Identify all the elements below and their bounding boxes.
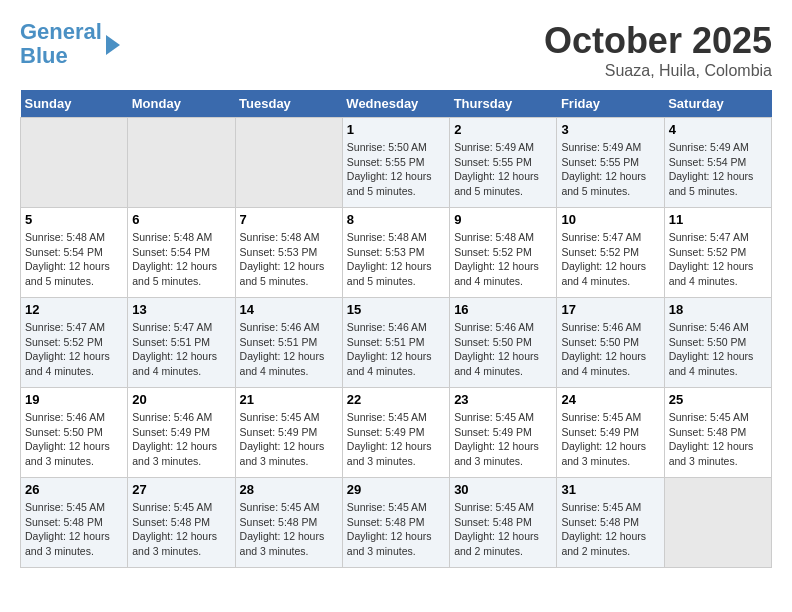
day-number: 22: [347, 392, 445, 407]
day-number: 2: [454, 122, 552, 137]
calendar-cell: 13Sunrise: 5:47 AM Sunset: 5:51 PM Dayli…: [128, 298, 235, 388]
day-info: Sunrise: 5:46 AM Sunset: 5:50 PM Dayligh…: [561, 320, 659, 379]
calendar-week-row: 1Sunrise: 5:50 AM Sunset: 5:55 PM Daylig…: [21, 118, 772, 208]
day-number: 8: [347, 212, 445, 227]
day-info: Sunrise: 5:45 AM Sunset: 5:49 PM Dayligh…: [240, 410, 338, 469]
day-info: Sunrise: 5:46 AM Sunset: 5:50 PM Dayligh…: [454, 320, 552, 379]
day-info: Sunrise: 5:48 AM Sunset: 5:52 PM Dayligh…: [454, 230, 552, 289]
day-info: Sunrise: 5:48 AM Sunset: 5:53 PM Dayligh…: [347, 230, 445, 289]
day-info: Sunrise: 5:45 AM Sunset: 5:48 PM Dayligh…: [347, 500, 445, 559]
calendar-cell: 15Sunrise: 5:46 AM Sunset: 5:51 PM Dayli…: [342, 298, 449, 388]
day-number: 12: [25, 302, 123, 317]
calendar-cell: 8Sunrise: 5:48 AM Sunset: 5:53 PM Daylig…: [342, 208, 449, 298]
logo-text: General Blue: [20, 20, 102, 68]
day-number: 27: [132, 482, 230, 497]
calendar-cell: [235, 118, 342, 208]
calendar-cell: 29Sunrise: 5:45 AM Sunset: 5:48 PM Dayli…: [342, 478, 449, 568]
calendar-cell: 6Sunrise: 5:48 AM Sunset: 5:54 PM Daylig…: [128, 208, 235, 298]
day-number: 21: [240, 392, 338, 407]
calendar-cell: 26Sunrise: 5:45 AM Sunset: 5:48 PM Dayli…: [21, 478, 128, 568]
day-number: 4: [669, 122, 767, 137]
day-info: Sunrise: 5:45 AM Sunset: 5:49 PM Dayligh…: [561, 410, 659, 469]
day-info: Sunrise: 5:45 AM Sunset: 5:48 PM Dayligh…: [561, 500, 659, 559]
day-info: Sunrise: 5:45 AM Sunset: 5:48 PM Dayligh…: [25, 500, 123, 559]
day-info: Sunrise: 5:45 AM Sunset: 5:48 PM Dayligh…: [132, 500, 230, 559]
day-of-week-header: Saturday: [664, 90, 771, 118]
calendar-cell: 3Sunrise: 5:49 AM Sunset: 5:55 PM Daylig…: [557, 118, 664, 208]
calendar-cell: [128, 118, 235, 208]
day-number: 18: [669, 302, 767, 317]
day-number: 13: [132, 302, 230, 317]
day-number: 6: [132, 212, 230, 227]
day-number: 31: [561, 482, 659, 497]
calendar-cell: 24Sunrise: 5:45 AM Sunset: 5:49 PM Dayli…: [557, 388, 664, 478]
day-of-week-header: Friday: [557, 90, 664, 118]
day-number: 10: [561, 212, 659, 227]
calendar-cell: 28Sunrise: 5:45 AM Sunset: 5:48 PM Dayli…: [235, 478, 342, 568]
day-number: 29: [347, 482, 445, 497]
page-header: General Blue October 2025 Suaza, Huila, …: [20, 20, 772, 80]
calendar-cell: 7Sunrise: 5:48 AM Sunset: 5:53 PM Daylig…: [235, 208, 342, 298]
day-info: Sunrise: 5:45 AM Sunset: 5:48 PM Dayligh…: [454, 500, 552, 559]
day-number: 25: [669, 392, 767, 407]
day-number: 23: [454, 392, 552, 407]
calendar-cell: 22Sunrise: 5:45 AM Sunset: 5:49 PM Dayli…: [342, 388, 449, 478]
day-number: 5: [25, 212, 123, 227]
title-block: October 2025 Suaza, Huila, Colombia: [544, 20, 772, 80]
calendar-cell: 27Sunrise: 5:45 AM Sunset: 5:48 PM Dayli…: [128, 478, 235, 568]
calendar-cell: [664, 478, 771, 568]
logo-arrow-icon: [106, 35, 120, 55]
day-info: Sunrise: 5:47 AM Sunset: 5:52 PM Dayligh…: [561, 230, 659, 289]
calendar-cell: 16Sunrise: 5:46 AM Sunset: 5:50 PM Dayli…: [450, 298, 557, 388]
location: Suaza, Huila, Colombia: [544, 62, 772, 80]
calendar-week-row: 26Sunrise: 5:45 AM Sunset: 5:48 PM Dayli…: [21, 478, 772, 568]
day-of-week-header: Tuesday: [235, 90, 342, 118]
calendar-cell: 31Sunrise: 5:45 AM Sunset: 5:48 PM Dayli…: [557, 478, 664, 568]
calendar-cell: 23Sunrise: 5:45 AM Sunset: 5:49 PM Dayli…: [450, 388, 557, 478]
day-info: Sunrise: 5:45 AM Sunset: 5:49 PM Dayligh…: [347, 410, 445, 469]
day-of-week-header: Monday: [128, 90, 235, 118]
day-info: Sunrise: 5:46 AM Sunset: 5:50 PM Dayligh…: [669, 320, 767, 379]
day-number: 11: [669, 212, 767, 227]
day-info: Sunrise: 5:46 AM Sunset: 5:51 PM Dayligh…: [240, 320, 338, 379]
day-of-week-header: Thursday: [450, 90, 557, 118]
calendar-cell: 20Sunrise: 5:46 AM Sunset: 5:49 PM Dayli…: [128, 388, 235, 478]
day-number: 28: [240, 482, 338, 497]
calendar-cell: 30Sunrise: 5:45 AM Sunset: 5:48 PM Dayli…: [450, 478, 557, 568]
calendar-cell: 21Sunrise: 5:45 AM Sunset: 5:49 PM Dayli…: [235, 388, 342, 478]
day-of-week-header: Wednesday: [342, 90, 449, 118]
day-info: Sunrise: 5:49 AM Sunset: 5:54 PM Dayligh…: [669, 140, 767, 199]
calendar-cell: 25Sunrise: 5:45 AM Sunset: 5:48 PM Dayli…: [664, 388, 771, 478]
day-info: Sunrise: 5:46 AM Sunset: 5:51 PM Dayligh…: [347, 320, 445, 379]
day-number: 9: [454, 212, 552, 227]
calendar-cell: [21, 118, 128, 208]
day-info: Sunrise: 5:47 AM Sunset: 5:52 PM Dayligh…: [25, 320, 123, 379]
day-number: 7: [240, 212, 338, 227]
day-number: 15: [347, 302, 445, 317]
day-info: Sunrise: 5:49 AM Sunset: 5:55 PM Dayligh…: [561, 140, 659, 199]
calendar-cell: 17Sunrise: 5:46 AM Sunset: 5:50 PM Dayli…: [557, 298, 664, 388]
logo: General Blue: [20, 20, 120, 68]
day-of-week-header: Sunday: [21, 90, 128, 118]
day-info: Sunrise: 5:48 AM Sunset: 5:53 PM Dayligh…: [240, 230, 338, 289]
day-info: Sunrise: 5:48 AM Sunset: 5:54 PM Dayligh…: [25, 230, 123, 289]
calendar-cell: 19Sunrise: 5:46 AM Sunset: 5:50 PM Dayli…: [21, 388, 128, 478]
day-number: 30: [454, 482, 552, 497]
day-number: 24: [561, 392, 659, 407]
calendar-table: SundayMondayTuesdayWednesdayThursdayFrid…: [20, 90, 772, 568]
day-info: Sunrise: 5:48 AM Sunset: 5:54 PM Dayligh…: [132, 230, 230, 289]
day-info: Sunrise: 5:49 AM Sunset: 5:55 PM Dayligh…: [454, 140, 552, 199]
day-info: Sunrise: 5:46 AM Sunset: 5:49 PM Dayligh…: [132, 410, 230, 469]
calendar-week-row: 19Sunrise: 5:46 AM Sunset: 5:50 PM Dayli…: [21, 388, 772, 478]
day-info: Sunrise: 5:50 AM Sunset: 5:55 PM Dayligh…: [347, 140, 445, 199]
calendar-cell: 14Sunrise: 5:46 AM Sunset: 5:51 PM Dayli…: [235, 298, 342, 388]
calendar-cell: 11Sunrise: 5:47 AM Sunset: 5:52 PM Dayli…: [664, 208, 771, 298]
day-number: 16: [454, 302, 552, 317]
calendar-cell: 10Sunrise: 5:47 AM Sunset: 5:52 PM Dayli…: [557, 208, 664, 298]
day-number: 3: [561, 122, 659, 137]
day-info: Sunrise: 5:45 AM Sunset: 5:48 PM Dayligh…: [240, 500, 338, 559]
calendar-week-row: 5Sunrise: 5:48 AM Sunset: 5:54 PM Daylig…: [21, 208, 772, 298]
calendar-cell: 18Sunrise: 5:46 AM Sunset: 5:50 PM Dayli…: [664, 298, 771, 388]
day-number: 17: [561, 302, 659, 317]
month-title: October 2025: [544, 20, 772, 62]
